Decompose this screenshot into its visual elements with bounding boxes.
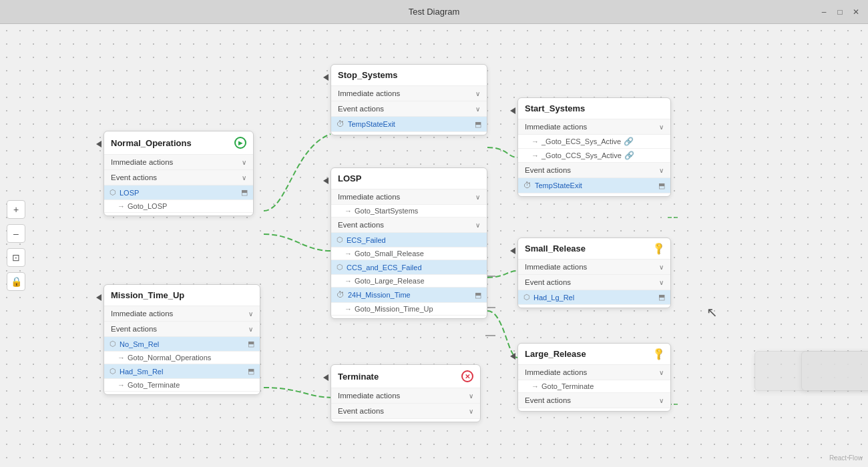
port-left-terminate bbox=[323, 374, 329, 381]
action-row-had-sm-rel[interactable]: ⬡ Had_Sm_Rel ⬒ bbox=[104, 364, 260, 379]
section-events-normal[interactable]: Event actions ∨ bbox=[104, 170, 253, 185]
node-title-mission: Mission_Time_Up bbox=[111, 290, 184, 300]
puzzle-icon-had-lg: ⬡ bbox=[523, 293, 530, 302]
arrow-icon: → bbox=[118, 202, 125, 210]
arrow-icon8: → bbox=[531, 137, 539, 145]
section-events-mission[interactable]: Event actions ∨ bbox=[104, 322, 260, 337]
action-text-ecs-failed: ECS_Failed bbox=[347, 236, 481, 244]
action-row-ecs-failed[interactable]: ⬡ ECS_Failed bbox=[331, 233, 487, 248]
section-immediate-start[interactable]: Immediate actions ∨ bbox=[518, 119, 670, 135]
section-immediate-terminate[interactable]: Immediate actions ∨ bbox=[331, 388, 480, 404]
window-controls[interactable]: – □ ✕ bbox=[819, 7, 861, 17]
node-title-stop: Stop_Systems bbox=[338, 70, 398, 80]
puzzle-icon-losp: ⬡ bbox=[110, 188, 116, 197]
section-events-stop[interactable]: Event actions ∨ bbox=[331, 101, 487, 117]
x-icon-terminate: ✕ bbox=[461, 370, 473, 382]
puzzle-icon-no-sm: ⬡ bbox=[110, 340, 116, 348]
chevron-immediate-losp: ∨ bbox=[475, 193, 480, 201]
action-text-24h: 24H_Mission_Time bbox=[348, 291, 471, 299]
node-terminate: Terminate ✕ Immediate actions ∨ Event ac… bbox=[331, 364, 481, 422]
maximize-button[interactable]: □ bbox=[835, 7, 845, 17]
node-title-losp: LOSP bbox=[338, 173, 361, 183]
arrow-icon10: → bbox=[531, 382, 539, 390]
action-text-no-sm-rel: No_Sm_Rel bbox=[120, 340, 244, 348]
sub-action-goto-missiontime: → Goto_Mission_Time_Up bbox=[331, 303, 487, 316]
section-events-start[interactable]: Event actions ∨ bbox=[518, 163, 670, 178]
puzzle-icon-ecs: ⬡ bbox=[337, 236, 343, 244]
action-text-tempstateexit-start: TempStateExit bbox=[535, 181, 655, 189]
fit-button[interactable]: ⊡ bbox=[7, 248, 25, 267]
action-row-tempstateexit-stop[interactable]: ⏱ TempStateExit ⬒ bbox=[331, 117, 487, 132]
port-left-normal bbox=[96, 141, 101, 147]
sub-action-ecs-sys: → _Goto_ECS_Sys_Active 🔗 bbox=[518, 135, 670, 149]
sub-action-goto-terminate: → Goto_Terminate bbox=[104, 379, 260, 392]
section-events-terminate[interactable]: Event actions ∨ bbox=[331, 404, 480, 419]
action-row-ccs-ecs-failed[interactable]: ⬡ CCS_and_ECS_Failed bbox=[331, 260, 487, 275]
section-immediate-losp[interactable]: Immediate actions ∨ bbox=[331, 189, 487, 205]
action-text-losp: LOSP bbox=[120, 189, 238, 197]
arrow-icon5: → bbox=[345, 250, 352, 258]
key-icon-large: 🔑 bbox=[651, 347, 666, 362]
nodes-layer: Normal_Operations ▶ Immediate actions ∨ … bbox=[0, 24, 868, 467]
sub-action-goto-losp: → Goto_LOSP bbox=[104, 200, 253, 213]
chevron-immediate-terminate: ∨ bbox=[469, 392, 473, 400]
action-row-no-sm-rel[interactable]: ⬡ No_Sm_Rel ⬒ bbox=[104, 337, 260, 352]
title-bar: Test Diagram – □ ✕ bbox=[0, 0, 868, 24]
sub-action-goto-startsystems: → Goto_StartSystems bbox=[331, 205, 487, 217]
chevron-immediate-stop: ∨ bbox=[475, 90, 480, 97]
clock-icon-24h: ⏱ bbox=[337, 290, 345, 300]
zoom-out-button[interactable]: – bbox=[7, 224, 25, 243]
minimize-button[interactable]: – bbox=[819, 7, 829, 17]
node-title-normal: Normal_Operations bbox=[111, 138, 192, 148]
action-row-tempstateexit-start[interactable]: ⏱ TempStateExit ⬒ bbox=[518, 178, 670, 193]
export-icon-losp: ⬒ bbox=[241, 188, 248, 197]
arrow-icon7: → bbox=[345, 305, 352, 313]
lock-button[interactable]: 🔒 bbox=[7, 272, 25, 291]
key-icon-small: 🔑 bbox=[651, 242, 666, 256]
node-header-large: Large_Release 🔑 bbox=[518, 344, 670, 365]
node-header-terminate: Terminate ✕ bbox=[331, 365, 480, 388]
puzzle-icon-had-sm: ⬡ bbox=[110, 367, 116, 376]
node-losp: LOSP Immediate actions ∨ → Goto_StartSys… bbox=[331, 167, 487, 319]
section-events-losp[interactable]: Event actions ∨ bbox=[331, 217, 487, 233]
port-left-small bbox=[510, 248, 515, 254]
node-header-small: Small_Release 🔑 bbox=[518, 238, 670, 260]
node-header-losp: LOSP bbox=[331, 168, 487, 189]
section-immediate-large[interactable]: Immediate actions ∨ bbox=[518, 365, 670, 380]
sub-action-goto-small: → Goto_Small_Release bbox=[331, 248, 487, 260]
port-left-losp bbox=[323, 177, 329, 184]
chevron-immediate-mission: ∨ bbox=[248, 310, 253, 318]
chevron-events-mission: ∨ bbox=[248, 326, 253, 333]
section-immediate-small[interactable]: Immediate actions ∨ bbox=[518, 260, 670, 275]
action-row-losp[interactable]: ⬡ LOSP ⬒ bbox=[104, 185, 253, 200]
node-start-systems: Start_Systems Immediate actions ∨ → _Got… bbox=[517, 97, 671, 197]
sub-action-goto-normal-ops: → Goto_Normal_Operations bbox=[104, 352, 260, 364]
port-left-mission bbox=[96, 294, 101, 301]
export-icon-stop: ⬒ bbox=[475, 120, 481, 129]
clock-icon-start: ⏱ bbox=[523, 181, 531, 190]
window-title: Test Diagram bbox=[409, 7, 460, 17]
action-row-24h[interactable]: ⏱ 24H_Mission_Time ⬒ bbox=[331, 288, 487, 303]
chevron-events-large: ∨ bbox=[659, 397, 664, 404]
action-text-had-sm-rel: Had_Sm_Rel bbox=[120, 368, 244, 376]
section-immediate-mission[interactable]: Immediate actions ∨ bbox=[104, 306, 260, 322]
toolbar: + – ⊡ 🔒 bbox=[7, 200, 25, 291]
section-events-large[interactable]: Event actions ∨ bbox=[518, 393, 670, 408]
chevron-events-losp: ∨ bbox=[475, 221, 480, 229]
chevron-immediate-start: ∨ bbox=[659, 123, 664, 131]
section-immediate-stop[interactable]: Immediate actions ∨ bbox=[331, 86, 487, 101]
chevron-immediate-large: ∨ bbox=[659, 369, 664, 376]
zoom-in-button[interactable]: + bbox=[7, 200, 25, 219]
node-header-start: Start_Systems bbox=[518, 98, 670, 119]
link-icon-ecs: 🔗 bbox=[624, 137, 634, 146]
clock-icon-stop: ⏱ bbox=[337, 119, 345, 129]
section-events-small[interactable]: Event actions ∨ bbox=[518, 275, 670, 290]
node-title-terminate: Terminate bbox=[338, 372, 379, 382]
export-icon-had-sm: ⬒ bbox=[248, 367, 254, 376]
port-left-large bbox=[510, 353, 515, 360]
port-left-stop bbox=[323, 74, 329, 81]
arrow-icon6: → bbox=[345, 277, 352, 285]
section-immediate-normal[interactable]: Immediate actions ∨ bbox=[104, 155, 253, 170]
action-row-had-lg-rel[interactable]: ⬡ Had_Lg_Rel ⬒ bbox=[518, 290, 670, 305]
close-button[interactable]: ✕ bbox=[851, 7, 861, 17]
